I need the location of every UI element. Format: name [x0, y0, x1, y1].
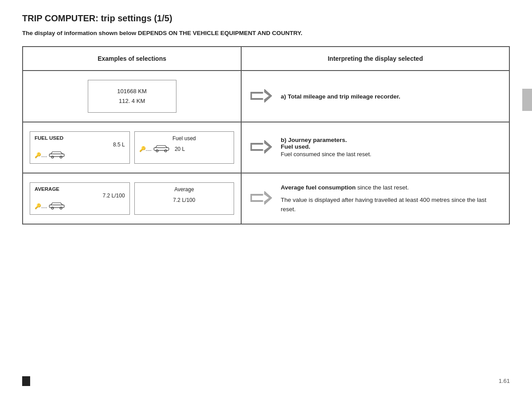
- fuel-box-left: FUEL USED 8.5 L 🔑....: [30, 131, 130, 164]
- right-text-average: Average fuel consumption since the last …: [281, 183, 500, 214]
- table-row-fuel: FUEL USED 8.5 L 🔑....: [23, 122, 509, 173]
- avg-box-left: AVERAGE 7.2 L/100 🔑....: [30, 182, 130, 215]
- left-col-average: AVERAGE 7.2 L/100 🔑....: [23, 173, 242, 224]
- page-number: 1.61: [499, 378, 510, 384]
- fuel-box-left-value: 8.5 L: [35, 142, 125, 148]
- right-text-fuel: b) Journey parameters. Fuel used. Fuel c…: [281, 137, 500, 159]
- svg-rect-10: [50, 205, 65, 208]
- avg-box-left-icon: 🔑....: [35, 201, 125, 211]
- fuel-box-right-value: 20 L: [175, 146, 185, 152]
- mileage-display-box: 101668 KM 112. 4 KM: [88, 80, 176, 113]
- left-col-mileage: 101668 KM 112. 4 KM: [23, 71, 242, 122]
- key-icon-3: 🔑....: [35, 203, 47, 209]
- fuel-desc-bold2: Fuel used.: [281, 143, 500, 150]
- svg-rect-2: [50, 154, 65, 157]
- avg-box-right-value: 7.2 L/100: [139, 197, 230, 203]
- right-col-fuel: b) Journey parameters. Fuel used. Fuel c…: [242, 122, 509, 173]
- page-subtitle: The display of information shown below D…: [22, 30, 510, 36]
- arrow-icon-b: [250, 140, 273, 155]
- main-table: Examples of selections Interpreting the …: [22, 46, 510, 225]
- car-icon-1: [49, 150, 65, 160]
- fuel-box-right-icon: 🔑.... 20 L: [139, 144, 230, 154]
- avg-box-right-title: Average: [139, 186, 230, 193]
- key-icon-2: 🔑....: [139, 146, 152, 152]
- table-row-average: AVERAGE 7.2 L/100 🔑....: [23, 173, 509, 224]
- bottom-bar-marker: [22, 376, 30, 386]
- car-icon-2: [153, 144, 169, 154]
- mileage-description: a) Total mileage and trip mileage record…: [281, 93, 400, 100]
- fuel-sub-section: FUEL USED 8.5 L 🔑....: [30, 131, 234, 164]
- avg-box-left-title: AVERAGE: [35, 186, 125, 192]
- left-col-fuel: FUEL USED 8.5 L 🔑....: [23, 122, 242, 173]
- header-cell-left: Examples of selections: [23, 47, 242, 70]
- fuel-desc-normal: Fuel consumed since the last reset.: [281, 150, 500, 159]
- fuel-box-left-icon: 🔑....: [35, 150, 125, 160]
- mileage-line2: 112. 4 KM: [102, 96, 163, 106]
- right-col-mileage: a) Total mileage and trip mileage record…: [242, 71, 509, 122]
- page-title: TRIP COMPUTER: trip settings (1/5): [22, 13, 510, 24]
- avg-box-right: Average 7.2 L/100: [134, 182, 235, 215]
- page-container: TRIP COMPUTER: trip settings (1/5) The d…: [0, 0, 532, 233]
- arrow-icon-a: [250, 89, 273, 104]
- avg-desc-bold: Average fuel consumption: [281, 184, 356, 191]
- arrow-icon-c: [250, 191, 273, 206]
- mileage-line1: 101668 KM: [102, 87, 163, 96]
- fuel-box-right-title: Fuel used: [139, 135, 230, 142]
- avg-box-left-value: 7.2 L/100: [35, 193, 125, 199]
- right-text-mileage: a) Total mileage and trip mileage record…: [281, 93, 500, 100]
- average-sub-section: AVERAGE 7.2 L/100 🔑....: [30, 182, 234, 215]
- car-icon-3: [49, 201, 65, 211]
- svg-rect-5: [154, 148, 169, 150]
- table-row-mileage: 101668 KM 112. 4 KM a) Total mileage and…: [23, 71, 509, 122]
- key-icon-1: 🔑....: [35, 152, 47, 158]
- fuel-box-right: Fuel used 🔑.... 20: [134, 131, 235, 164]
- fuel-desc-bold1: b) Journey parameters.: [281, 137, 500, 143]
- avg-desc-normal1: since the last reset.: [356, 184, 409, 191]
- right-col-average: Average fuel consumption since the last …: [242, 173, 509, 224]
- avg-desc-line1: Average fuel consumption since the last …: [281, 183, 500, 193]
- table-header-row: Examples of selections Interpreting the …: [23, 47, 509, 71]
- sidebar-tab: [522, 89, 532, 111]
- fuel-box-left-title: FUEL USED: [35, 135, 125, 141]
- header-cell-right: Interpreting the display selected: [242, 47, 509, 70]
- avg-desc-line2: The value is displayed after having trav…: [281, 195, 500, 214]
